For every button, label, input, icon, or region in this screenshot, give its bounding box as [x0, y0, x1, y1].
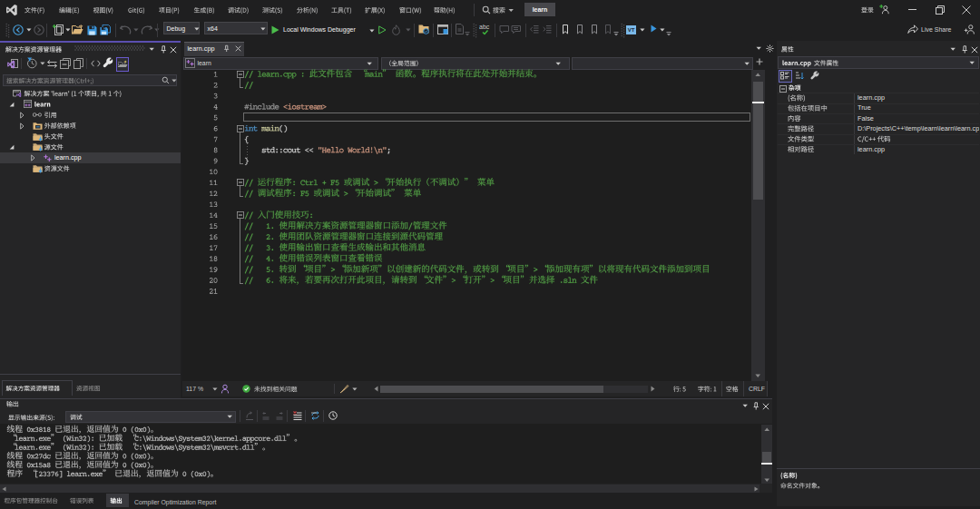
svg-text:abc: abc: [479, 24, 490, 30]
